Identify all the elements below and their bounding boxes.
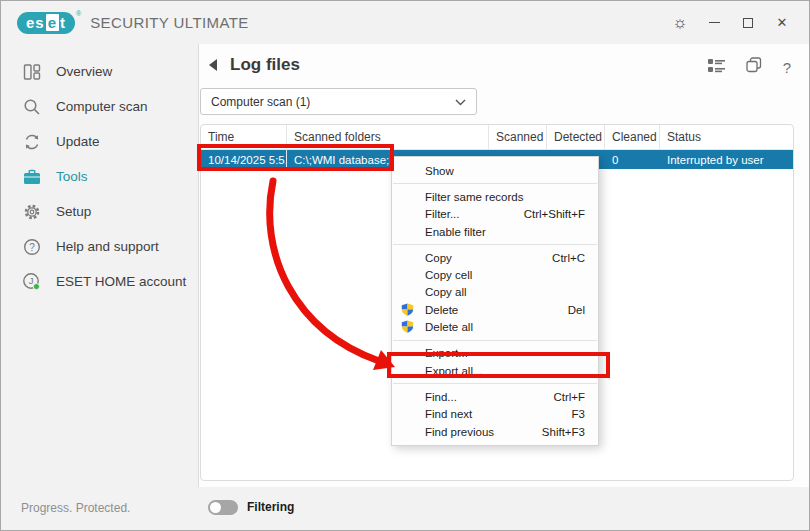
sidebar-item-label: Update xyxy=(56,134,100,149)
refresh-icon xyxy=(22,132,41,151)
sidebar-item-eset-home-account[interactable]: J ESET HOME account xyxy=(1,264,198,299)
shortcut: Ctrl+Shift+F xyxy=(524,208,585,220)
window-controls: ☼ ✕ xyxy=(663,8,799,38)
toggle-knob xyxy=(210,502,221,513)
menu-item-find[interactable]: Find...Ctrl+F xyxy=(392,388,598,405)
shortcut: Ctrl+C xyxy=(552,252,585,264)
menu-separator xyxy=(393,340,597,341)
uac-shield-icon xyxy=(401,320,414,333)
registered-mark: ® xyxy=(76,10,81,17)
sidebar-item-tools[interactable]: Tools xyxy=(1,159,198,194)
shortcut: F3 xyxy=(572,408,585,420)
cell-status: Interrupted by user xyxy=(660,150,793,169)
theme-toggle-icon[interactable]: ☼ xyxy=(663,8,697,38)
eset-app-window: eset ® SECURITY ULTIMATE ☼ ✕ Overview Co… xyxy=(0,0,810,531)
menu-item-filter-same-records[interactable]: Filter same records xyxy=(392,188,598,205)
cell-cleaned: 0 xyxy=(605,150,660,169)
search-icon xyxy=(22,97,41,116)
sidebar-item-overview[interactable]: Overview xyxy=(1,54,198,89)
sidebar: Overview Computer scan Update Tools Setu… xyxy=(1,44,199,487)
column-header-scanned-folders[interactable]: Scanned folders xyxy=(287,125,489,149)
menu-separator xyxy=(393,383,597,384)
briefcase-icon xyxy=(22,167,41,186)
column-header-status[interactable]: Status xyxy=(660,125,793,149)
column-header-scanned[interactable]: Scanned xyxy=(489,125,547,149)
column-header-time[interactable]: Time xyxy=(201,125,287,149)
dropdown-value: Computer scan (1) xyxy=(211,95,310,109)
menu-item-filter[interactable]: Filter...Ctrl+Shift+F xyxy=(392,206,598,223)
cell-time: 10/14/2025 5:5... xyxy=(201,150,287,169)
protection-status-text: Progress. Protected. xyxy=(21,501,130,515)
filtering-toggle-label: Filtering xyxy=(247,500,294,514)
product-name: SECURITY ULTIMATE xyxy=(90,14,249,31)
menu-item-copy-all[interactable]: Copy all xyxy=(392,284,598,301)
column-header-detected[interactable]: Detected xyxy=(547,125,605,149)
page-title: Log files xyxy=(230,55,300,75)
copy-pages-icon[interactable] xyxy=(746,57,762,77)
menu-item-export[interactable]: Export... xyxy=(392,345,598,362)
sidebar-item-help-and-support[interactable]: ? Help and support xyxy=(1,229,198,264)
shortcut: Del xyxy=(568,304,585,316)
menu-item-delete[interactable]: DeleteDel xyxy=(392,301,598,318)
svg-text:?: ? xyxy=(29,241,35,252)
eset-logo: eset ® xyxy=(17,12,81,34)
menu-item-copy-cell[interactable]: Copy cell xyxy=(392,266,598,283)
close-button[interactable]: ✕ xyxy=(765,8,799,38)
menu-item-show[interactable]: Show xyxy=(392,162,598,179)
sidebar-item-label: Computer scan xyxy=(56,99,148,114)
menu-item-enable-filter[interactable]: Enable filter xyxy=(392,223,598,240)
menu-item-copy[interactable]: CopyCtrl+C xyxy=(392,249,598,266)
shortcut: Shift+F3 xyxy=(542,426,585,438)
sidebar-item-setup[interactable]: Setup xyxy=(1,194,198,229)
sidebar-item-label: Tools xyxy=(56,169,88,184)
footer-bar: Progress. Protected. Filtering xyxy=(1,487,809,530)
filtering-toggle[interactable] xyxy=(208,500,238,515)
sidebar-item-label: ESET HOME account xyxy=(56,274,186,289)
table-header: Time Scanned folders Scanned Detected Cl… xyxy=(201,125,793,150)
back-arrow-icon[interactable] xyxy=(209,59,217,71)
account-icon: J xyxy=(22,272,41,291)
column-header-cleaned[interactable]: Cleaned xyxy=(605,125,660,149)
menu-item-delete-all[interactable]: Delete all xyxy=(392,318,598,335)
sidebar-item-label: Help and support xyxy=(56,239,159,254)
minimize-button[interactable] xyxy=(697,8,731,38)
help-icon[interactable]: ? xyxy=(783,59,791,76)
menu-separator xyxy=(393,244,597,245)
uac-shield-icon xyxy=(401,303,414,316)
layout-view-icon[interactable] xyxy=(708,58,725,77)
shortcut: Ctrl+F xyxy=(553,391,585,403)
menu-item-find-previous[interactable]: Find previousShift+F3 xyxy=(392,423,598,440)
titlebar: eset ® SECURITY ULTIMATE ☼ ✕ xyxy=(1,1,809,44)
sidebar-item-update[interactable]: Update xyxy=(1,124,198,159)
menu-separator xyxy=(393,183,597,184)
log-type-dropdown[interactable]: Computer scan (1) xyxy=(200,88,477,115)
question-circle-icon: ? xyxy=(22,237,41,256)
maximize-button[interactable] xyxy=(731,8,765,38)
svg-text:J: J xyxy=(29,275,34,286)
sidebar-item-label: Overview xyxy=(56,64,112,79)
menu-item-export-all[interactable]: Export all... xyxy=(392,362,598,379)
sidebar-item-label: Setup xyxy=(56,204,91,219)
gear-icon xyxy=(22,202,41,221)
context-menu: Show Filter same records Filter...Ctrl+S… xyxy=(391,156,599,446)
menu-item-find-next[interactable]: Find nextF3 xyxy=(392,406,598,423)
chevron-down-icon xyxy=(455,95,466,109)
overview-icon xyxy=(22,62,41,81)
sidebar-item-computer-scan[interactable]: Computer scan xyxy=(1,89,198,124)
